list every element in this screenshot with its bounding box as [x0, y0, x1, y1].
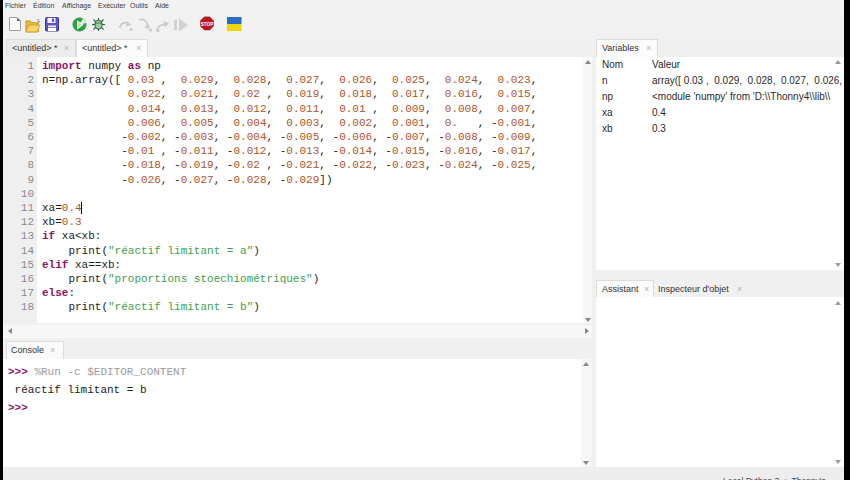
- svg-text:STOP: STOP: [201, 22, 213, 27]
